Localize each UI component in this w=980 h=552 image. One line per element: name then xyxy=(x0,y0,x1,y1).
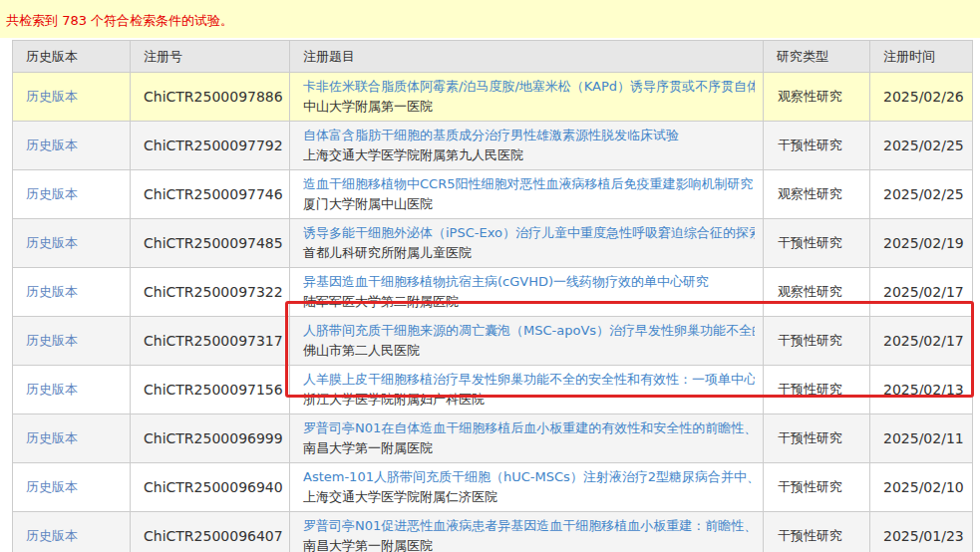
trial-title-link[interactable]: Astem-101人脐带间充质干细胞（hUC-MSCs）注射液治疗2型糖尿病合并… xyxy=(303,467,755,487)
trial-title-link[interactable]: 罗普司亭N01在自体造血干细胞移植后血小板重建的有效性和安全性的前瞻性、单... xyxy=(303,418,755,438)
trial-title-link[interactable]: 造血干细胞移植物中CCR5阳性细胞对恶性血液病移植后免疫重建影响机制研究 xyxy=(303,174,755,194)
registration-number: ChiCTR2500097322 xyxy=(131,268,290,317)
trial-title-link[interactable]: 罗普司亭N01促进恶性血液病患者异基因造血干细胞移植血小板重建：前瞻性、多... xyxy=(303,516,755,536)
registration-number: ChiCTR2500096999 xyxy=(131,414,290,463)
registration-number: ChiCTR2500096940 xyxy=(131,463,290,512)
registration-date: 2025/02/25 xyxy=(870,122,973,170)
hospital-name: 陆军军医大学第二附属医院 xyxy=(303,292,755,312)
history-version-link[interactable]: 历史版本 xyxy=(26,284,78,299)
history-version-cell: 历史版本 xyxy=(13,268,131,317)
registration-title-cell: 人羊膜上皮干细胞移植治疗早发性卵巢功能不全的安全性和有效性：一项单中心、... … xyxy=(290,366,764,414)
study-type: 干预性研究 xyxy=(764,219,870,268)
history-version-link[interactable]: 历史版本 xyxy=(26,430,78,445)
history-version-cell: 历史版本 xyxy=(13,317,131,366)
registration-date: 2025/02/17 xyxy=(870,268,973,317)
registration-title-cell: 造血干细胞移植物中CCR5阳性细胞对恶性血液病移植后免疫重建影响机制研究 厦门大… xyxy=(290,170,764,219)
registration-date: 2025/02/19 xyxy=(870,219,973,268)
registration-title-cell: 罗普司亭N01在自体造血干细胞移植后血小板重建的有效性和安全性的前瞻性、单...… xyxy=(290,414,764,463)
history-version-link[interactable]: 历史版本 xyxy=(26,186,78,201)
study-type: 观察性研究 xyxy=(764,268,870,317)
registration-title-cell: 人脐带间充质干细胞来源的凋亡囊泡（MSC-apoVs）治疗早发性卵巢功能不全的.… xyxy=(290,317,764,366)
study-type: 干预性研究 xyxy=(764,317,870,366)
registration-date: 2025/02/11 xyxy=(870,414,973,463)
history-version-link[interactable]: 历史版本 xyxy=(26,528,78,543)
registration-date: 2025/02/10 xyxy=(870,463,973,512)
hospital-name: 中山大学附属第一医院 xyxy=(303,97,755,117)
registration-number: ChiCTR2500097485 xyxy=(131,219,290,268)
registration-date: 2025/02/13 xyxy=(870,366,973,414)
trial-title-link[interactable]: 诱导多能干细胞外泌体（iPSC-Exo）治疗儿童中重度急性呼吸窘迫综合征的探索.… xyxy=(303,223,755,243)
history-version-cell: 历史版本 xyxy=(13,122,131,170)
registration-title-cell: 自体富含脂肪干细胞的基质成分治疗男性雄激素源性脱发临床试验 上海交通大学医学院附… xyxy=(290,122,764,170)
table-row: 历史版本 ChiCTR2500097317 人脐带间充质干细胞来源的凋亡囊泡（M… xyxy=(13,317,973,366)
study-type: 干预性研究 xyxy=(764,414,870,463)
history-version-link[interactable]: 历史版本 xyxy=(26,333,78,348)
table-header-row: 历史版本 注册号 注册题目 研究类型 注册时间 xyxy=(13,41,973,73)
registration-title-cell: 异基因造血干细胞移植物抗宿主病(cGVHD)一线药物疗效的单中心研究 陆军军医大… xyxy=(290,268,764,317)
registration-title-cell: 卡非佐米联合脂质体阿霉素/泊马度胺/地塞米松（KAPd）诱导序贯或不序贯自体..… xyxy=(290,73,764,122)
hospital-name: 南昌大学第一附属医院 xyxy=(303,536,755,552)
registration-title-cell: 诱导多能干细胞外泌体（iPSC-Exo）治疗儿童中重度急性呼吸窘迫综合征的探索.… xyxy=(290,219,764,268)
result-count-text: 共检索到 783 个符合检索条件的试验。 xyxy=(0,0,980,30)
header-registration-date: 注册时间 xyxy=(870,41,973,73)
registration-number: ChiCTR2500097317 xyxy=(131,317,290,366)
trials-table: 历史版本 注册号 注册题目 研究类型 注册时间 历史版本 ChiCTR25000… xyxy=(12,40,973,552)
registration-title-cell: 罗普司亭N01促进恶性血液病患者异基因造血干细胞移植血小板重建：前瞻性、多...… xyxy=(290,512,764,552)
table-row: 历史版本 ChiCTR2500096999 罗普司亭N01在自体造血干细胞移植后… xyxy=(13,414,973,463)
registration-date: 2025/02/17 xyxy=(870,317,973,366)
header-study-type: 研究类型 xyxy=(764,41,870,73)
result-count-banner: 共检索到 783 个符合检索条件的试验。 xyxy=(0,0,980,38)
history-version-link[interactable]: 历史版本 xyxy=(26,138,78,152)
table-row: 历史版本 ChiCTR2500096940 Astem-101人脐带间充质干细胞… xyxy=(13,463,973,512)
header-history-version: 历史版本 xyxy=(13,41,131,73)
study-type: 观察性研究 xyxy=(764,170,870,219)
history-version-cell: 历史版本 xyxy=(13,366,131,414)
history-version-cell: 历史版本 xyxy=(13,414,131,463)
history-version-link[interactable]: 历史版本 xyxy=(26,89,78,104)
table-row: 历史版本 ChiCTR2500097746 造血干细胞移植物中CCR5阳性细胞对… xyxy=(13,170,973,219)
trial-title-link[interactable]: 卡非佐米联合脂质体阿霉素/泊马度胺/地塞米松（KAPd）诱导序贯或不序贯自体..… xyxy=(303,77,755,97)
registration-number: ChiCTR2500097156 xyxy=(131,366,290,414)
study-type: 干预性研究 xyxy=(764,512,870,552)
history-version-cell: 历史版本 xyxy=(13,219,131,268)
history-version-cell: 历史版本 xyxy=(13,170,131,219)
registration-date: 2025/02/26 xyxy=(870,73,973,122)
table-row: 历史版本 ChiCTR2500096407 罗普司亭N01促进恶性血液病患者异基… xyxy=(13,512,973,552)
hospital-name: 厦门大学附属中山医院 xyxy=(303,194,755,214)
registration-title-cell: Astem-101人脐带间充质干细胞（hUC-MSCs）注射液治疗2型糖尿病合并… xyxy=(290,463,764,512)
history-version-cell: 历史版本 xyxy=(13,73,131,122)
table-row: 历史版本 ChiCTR2500097792 自体富含脂肪干细胞的基质成分治疗男性… xyxy=(13,122,973,170)
table-row: 历史版本 ChiCTR2500097886 卡非佐米联合脂质体阿霉素/泊马度胺/… xyxy=(13,73,973,122)
hospital-name: 佛山市第二人民医院 xyxy=(303,341,755,361)
trial-title-link[interactable]: 人羊膜上皮干细胞移植治疗早发性卵巢功能不全的安全性和有效性：一项单中心、... xyxy=(303,370,755,390)
hospital-name: 上海交通大学医学院附属仁济医院 xyxy=(303,487,755,507)
hospital-name: 上海交通大学医学院附属第九人民医院 xyxy=(303,145,755,165)
history-version-link[interactable]: 历史版本 xyxy=(26,479,78,494)
hospital-name: 首都儿科研究所附属儿童医院 xyxy=(303,243,755,263)
registration-number: ChiCTR2500096407 xyxy=(131,512,290,552)
history-version-cell: 历史版本 xyxy=(13,463,131,512)
trial-title-link[interactable]: 异基因造血干细胞移植物抗宿主病(cGVHD)一线药物疗效的单中心研究 xyxy=(303,272,755,292)
hospital-name: 浙江大学医学院附属妇产科医院 xyxy=(303,390,755,410)
study-type: 干预性研究 xyxy=(764,463,870,512)
header-registration-number: 注册号 xyxy=(131,41,290,73)
registration-number: ChiCTR2500097886 xyxy=(131,73,290,122)
hospital-name: 南昌大学第一附属医院 xyxy=(303,438,755,458)
registration-number: ChiCTR2500097792 xyxy=(131,122,290,170)
registration-date: 2025/02/25 xyxy=(870,170,973,219)
study-type: 干预性研究 xyxy=(764,122,870,170)
trial-title-link[interactable]: 人脐带间充质干细胞来源的凋亡囊泡（MSC-apoVs）治疗早发性卵巢功能不全的.… xyxy=(303,321,755,341)
study-type: 干预性研究 xyxy=(764,366,870,414)
table-row: 历史版本 ChiCTR2500097322 异基因造血干细胞移植物抗宿主病(cG… xyxy=(13,268,973,317)
history-version-cell: 历史版本 xyxy=(13,512,131,552)
registration-date: 2025/01/23 xyxy=(870,512,973,552)
registration-number: ChiCTR2500097746 xyxy=(131,170,290,219)
table-row: 历史版本 ChiCTR2500097485 诱导多能干细胞外泌体（iPSC-Ex… xyxy=(13,219,973,268)
study-type: 观察性研究 xyxy=(764,73,870,122)
header-registration-title: 注册题目 xyxy=(290,41,764,73)
trial-title-link[interactable]: 自体富含脂肪干细胞的基质成分治疗男性雄激素源性脱发临床试验 xyxy=(303,126,755,145)
table-row: 历史版本 ChiCTR2500097156 人羊膜上皮干细胞移植治疗早发性卵巢功… xyxy=(13,366,973,414)
history-version-link[interactable]: 历史版本 xyxy=(26,382,78,397)
history-version-link[interactable]: 历史版本 xyxy=(26,235,78,250)
